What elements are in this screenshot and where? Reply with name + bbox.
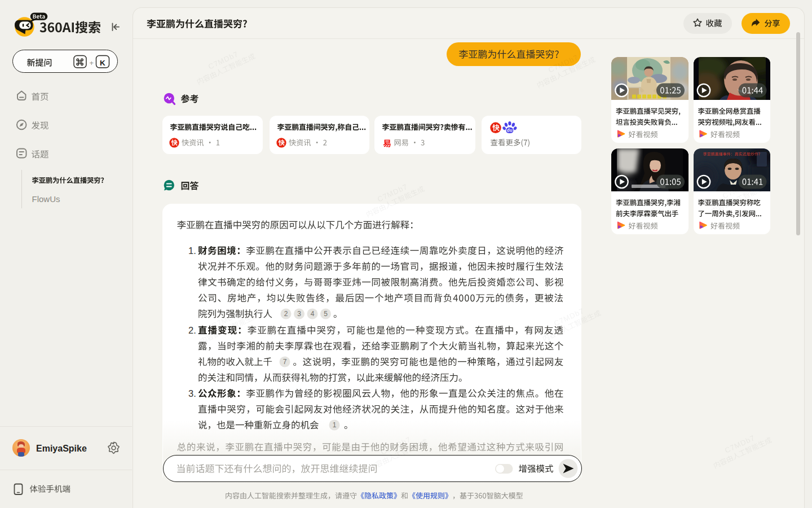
svg-text:FlowUs: FlowUs bbox=[32, 194, 60, 204]
svg-text:3.: 3. bbox=[188, 388, 196, 398]
svg-text:EmiyaSpike: EmiyaSpike bbox=[36, 444, 87, 453]
svg-text:2: 2 bbox=[284, 310, 288, 318]
svg-text:K: K bbox=[100, 59, 105, 67]
svg-text:4: 4 bbox=[311, 310, 315, 318]
svg-text:5: 5 bbox=[324, 310, 328, 318]
svg-text:7: 7 bbox=[283, 358, 287, 366]
svg-text:1.: 1. bbox=[188, 246, 196, 256]
svg-text:2.: 2. bbox=[188, 325, 196, 335]
svg-text:3: 3 bbox=[297, 310, 301, 318]
svg-text:1: 1 bbox=[333, 421, 337, 429]
svg-text:+: + bbox=[90, 59, 94, 67]
